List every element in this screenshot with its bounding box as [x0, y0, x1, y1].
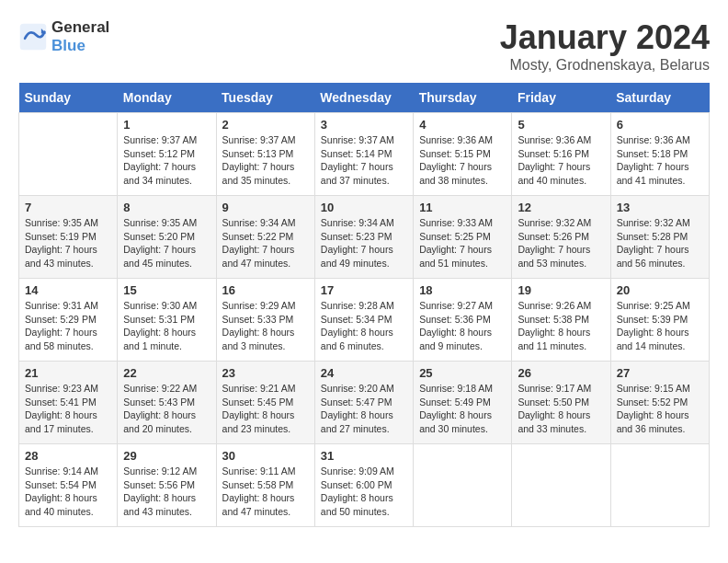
day-number: 18: [419, 283, 506, 297]
calendar-cell: 29Sunrise: 9:12 AMSunset: 5:56 PMDayligh…: [118, 444, 216, 527]
calendar-cell: 7Sunrise: 9:35 AMSunset: 5:19 PMDaylight…: [19, 196, 118, 279]
day-info: Sunrise: 9:37 AMSunset: 5:12 PMDaylight:…: [123, 133, 210, 188]
calendar-cell: 30Sunrise: 9:11 AMSunset: 5:58 PMDayligh…: [216, 444, 314, 527]
calendar-cell: 4Sunrise: 9:36 AMSunset: 5:15 PMDaylight…: [414, 113, 512, 196]
title-area: January 2024 Mosty, Grodnenskaya, Belaru…: [500, 18, 710, 74]
day-info: Sunrise: 9:35 AMSunset: 5:19 PMDaylight:…: [25, 216, 111, 270]
day-number: 1: [123, 118, 210, 132]
day-info: Sunrise: 9:37 AMSunset: 5:13 PMDaylight:…: [222, 133, 309, 188]
calendar-cell: 21Sunrise: 9:23 AMSunset: 5:41 PMDayligh…: [19, 362, 118, 444]
calendar-week-row: 1Sunrise: 9:37 AMSunset: 5:12 PMDaylight…: [19, 113, 710, 196]
day-number: 16: [222, 283, 309, 297]
day-number: 11: [419, 201, 506, 214]
day-number: 21: [25, 366, 111, 380]
calendar-cell: 17Sunrise: 9:28 AMSunset: 5:34 PMDayligh…: [314, 279, 413, 362]
calendar-cell: 24Sunrise: 9:20 AMSunset: 5:47 PMDayligh…: [314, 362, 413, 444]
day-number: 26: [518, 366, 604, 380]
day-info: Sunrise: 9:23 AMSunset: 5:41 PMDaylight:…: [25, 382, 111, 436]
calendar-cell: 28Sunrise: 9:14 AMSunset: 5:54 PMDayligh…: [19, 444, 118, 527]
calendar-week-row: 28Sunrise: 9:14 AMSunset: 5:54 PMDayligh…: [19, 444, 710, 527]
calendar-cell: 14Sunrise: 9:31 AMSunset: 5:29 PMDayligh…: [19, 279, 118, 362]
calendar-cell: 13Sunrise: 9:32 AMSunset: 5:28 PMDayligh…: [610, 196, 709, 279]
calendar-cell: 1Sunrise: 9:37 AMSunset: 5:12 PMDaylight…: [118, 113, 216, 196]
day-info: Sunrise: 9:28 AMSunset: 5:34 PMDaylight:…: [321, 299, 407, 353]
day-info: Sunrise: 9:11 AMSunset: 5:58 PMDaylight:…: [222, 465, 309, 519]
weekday-header-tuesday: Tuesday: [216, 83, 314, 113]
day-number: 2: [222, 118, 309, 132]
day-info: Sunrise: 9:34 AMSunset: 5:23 PMDaylight:…: [321, 216, 407, 270]
day-number: 6: [617, 118, 703, 132]
day-number: 9: [222, 201, 309, 214]
calendar-cell: 8Sunrise: 9:35 AMSunset: 5:20 PMDaylight…: [118, 196, 216, 279]
day-number: 20: [617, 283, 703, 297]
calendar-cell: 19Sunrise: 9:26 AMSunset: 5:38 PMDayligh…: [512, 279, 610, 362]
day-number: 4: [419, 118, 506, 132]
day-info: Sunrise: 9:36 AMSunset: 5:18 PMDaylight:…: [617, 133, 703, 188]
calendar-cell: 5Sunrise: 9:36 AMSunset: 5:16 PMDaylight…: [512, 113, 610, 196]
day-number: 3: [321, 118, 407, 132]
day-info: Sunrise: 9:20 AMSunset: 5:47 PMDaylight:…: [321, 382, 407, 436]
weekday-header-sunday: Sunday: [19, 83, 118, 113]
weekday-header-wednesday: Wednesday: [314, 83, 413, 113]
day-number: 29: [123, 449, 210, 463]
calendar-cell: 20Sunrise: 9:25 AMSunset: 5:39 PMDayligh…: [610, 279, 709, 362]
weekday-header-row: SundayMondayTuesdayWednesdayThursdayFrid…: [19, 83, 710, 113]
logo: General Blue: [18, 18, 109, 55]
logo-text: General Blue: [51, 18, 109, 55]
calendar-cell: 31Sunrise: 9:09 AMSunset: 6:00 PMDayligh…: [314, 444, 413, 527]
calendar-cell: 6Sunrise: 9:36 AMSunset: 5:18 PMDaylight…: [610, 113, 709, 196]
day-info: Sunrise: 9:33 AMSunset: 5:25 PMDaylight:…: [419, 216, 506, 270]
calendar-cell: 9Sunrise: 9:34 AMSunset: 5:22 PMDaylight…: [216, 196, 314, 279]
day-number: 23: [222, 366, 309, 380]
day-number: 28: [25, 449, 111, 463]
day-number: 8: [123, 201, 210, 214]
day-number: 14: [25, 283, 111, 297]
day-number: 19: [518, 283, 604, 297]
day-info: Sunrise: 9:29 AMSunset: 5:33 PMDaylight:…: [222, 299, 309, 353]
calendar-cell: 23Sunrise: 9:21 AMSunset: 5:45 PMDayligh…: [216, 362, 314, 444]
weekday-header-thursday: Thursday: [414, 83, 512, 113]
day-info: Sunrise: 9:32 AMSunset: 5:26 PMDaylight:…: [518, 216, 604, 270]
weekday-header-saturday: Saturday: [610, 83, 709, 113]
calendar-week-row: 21Sunrise: 9:23 AMSunset: 5:41 PMDayligh…: [19, 362, 710, 444]
calendar-cell: 15Sunrise: 9:30 AMSunset: 5:31 PMDayligh…: [118, 279, 216, 362]
calendar-cell: [512, 444, 610, 527]
calendar-week-row: 7Sunrise: 9:35 AMSunset: 5:19 PMDaylight…: [19, 196, 710, 279]
calendar-cell: 12Sunrise: 9:32 AMSunset: 5:26 PMDayligh…: [512, 196, 610, 279]
calendar-cell: 10Sunrise: 9:34 AMSunset: 5:23 PMDayligh…: [314, 196, 413, 279]
day-number: 12: [518, 201, 604, 214]
calendar-table: SundayMondayTuesdayWednesdayThursdayFrid…: [18, 83, 710, 527]
location-subtitle: Mosty, Grodnenskaya, Belarus: [500, 57, 710, 74]
calendar-cell: 11Sunrise: 9:33 AMSunset: 5:25 PMDayligh…: [414, 196, 512, 279]
day-info: Sunrise: 9:30 AMSunset: 5:31 PMDaylight:…: [123, 299, 210, 353]
day-info: Sunrise: 9:18 AMSunset: 5:49 PMDaylight:…: [419, 382, 506, 436]
day-number: 31: [321, 449, 407, 463]
day-info: Sunrise: 9:34 AMSunset: 5:22 PMDaylight:…: [222, 216, 309, 270]
day-number: 30: [222, 449, 309, 463]
day-info: Sunrise: 9:12 AMSunset: 5:56 PMDaylight:…: [123, 465, 210, 519]
calendar-cell: 18Sunrise: 9:27 AMSunset: 5:36 PMDayligh…: [414, 279, 512, 362]
calendar-cell: [414, 444, 512, 527]
calendar-cell: [19, 113, 118, 196]
day-info: Sunrise: 9:27 AMSunset: 5:36 PMDaylight:…: [419, 299, 506, 353]
calendar-cell: 2Sunrise: 9:37 AMSunset: 5:13 PMDaylight…: [216, 113, 314, 196]
day-number: 10: [321, 201, 407, 214]
month-title: January 2024: [500, 18, 710, 57]
day-info: Sunrise: 9:22 AMSunset: 5:43 PMDaylight:…: [123, 382, 210, 436]
day-info: Sunrise: 9:17 AMSunset: 5:50 PMDaylight:…: [518, 382, 604, 436]
day-info: Sunrise: 9:14 AMSunset: 5:54 PMDaylight:…: [25, 465, 111, 519]
day-info: Sunrise: 9:32 AMSunset: 5:28 PMDaylight:…: [617, 216, 703, 270]
weekday-header-monday: Monday: [118, 83, 216, 113]
day-number: 22: [123, 366, 210, 380]
day-info: Sunrise: 9:15 AMSunset: 5:52 PMDaylight:…: [617, 382, 703, 436]
header: General Blue January 2024 Mosty, Grodnen…: [18, 18, 710, 74]
day-info: Sunrise: 9:25 AMSunset: 5:39 PMDaylight:…: [617, 299, 703, 353]
day-info: Sunrise: 9:37 AMSunset: 5:14 PMDaylight:…: [321, 133, 407, 188]
day-info: Sunrise: 9:21 AMSunset: 5:45 PMDaylight:…: [222, 382, 309, 436]
calendar-week-row: 14Sunrise: 9:31 AMSunset: 5:29 PMDayligh…: [19, 279, 710, 362]
calendar-cell: 26Sunrise: 9:17 AMSunset: 5:50 PMDayligh…: [512, 362, 610, 444]
calendar-cell: [610, 444, 709, 527]
page-container: General Blue January 2024 Mosty, Grodnen…: [18, 18, 710, 527]
calendar-cell: 3Sunrise: 9:37 AMSunset: 5:14 PMDaylight…: [314, 113, 413, 196]
day-info: Sunrise: 9:26 AMSunset: 5:38 PMDaylight:…: [518, 299, 604, 353]
